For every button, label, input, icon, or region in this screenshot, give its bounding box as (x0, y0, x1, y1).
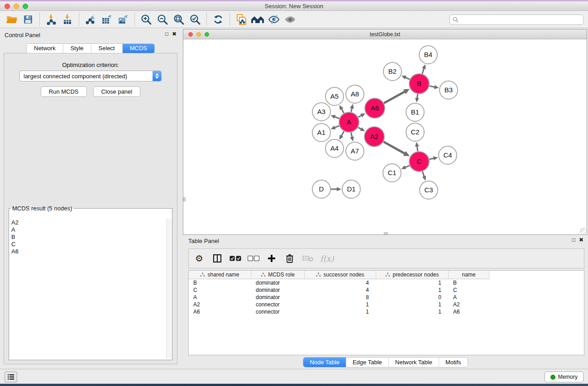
mcds-result-list[interactable]: A2 A B C A6 (10, 219, 166, 359)
task-history-button[interactable] (5, 372, 17, 382)
zoom-out-button[interactable] (154, 13, 171, 26)
save-session-button[interactable] (20, 13, 36, 26)
toolbar-separator (206, 13, 207, 26)
open-session-button[interactable] (4, 13, 20, 26)
table-row[interactable]: B dominator 4 1 B (189, 279, 584, 286)
duplicate-network-button[interactable] (233, 13, 249, 26)
close-window-button[interactable] (5, 4, 10, 9)
unselect-all-columns-button[interactable] (248, 251, 259, 266)
app-title: Session: New Session (0, 1, 588, 11)
tab-network-table[interactable]: Network Table (389, 357, 439, 367)
list-item[interactable]: A (10, 226, 166, 234)
tree-icon (385, 272, 390, 277)
control-panel: Control Panel □ ✖ Network Style Select M… (0, 28, 181, 369)
tab-motifs[interactable]: Motifs (439, 357, 468, 367)
list-item[interactable]: C (10, 241, 166, 248)
zoom-fit-button[interactable] (171, 13, 187, 26)
search-input[interactable] (460, 16, 580, 24)
zoom-window-button[interactable] (23, 4, 28, 9)
tab-select[interactable]: Select (91, 44, 123, 53)
table-row[interactable]: A dominator 8 0 A (189, 294, 584, 301)
horizontal-scroll-handle[interactable] (384, 232, 388, 234)
create-column-button[interactable] (266, 251, 277, 266)
minimize-network-button[interactable] (196, 32, 201, 37)
table-panel-title: Table Panel (188, 238, 219, 244)
criterion-dropdown[interactable]: largest connected component (directed) (19, 71, 162, 81)
show-columns-button[interactable] (211, 251, 223, 266)
graph-node-label: A8 (351, 90, 359, 98)
graph-edge-arrow-icon (331, 125, 336, 129)
main-toolbar (0, 11, 588, 28)
network-window-titlebar[interactable]: testGlobe.txt (183, 29, 587, 39)
home-view-button[interactable] (249, 13, 266, 26)
graph-node-label: A2 (370, 133, 378, 140)
show-details-button[interactable] (282, 13, 298, 26)
zoom-in-icon (140, 14, 152, 25)
result-scrollbar[interactable] (166, 219, 172, 359)
graph-edge[interactable] (422, 172, 424, 177)
export-network-button[interactable] (82, 13, 99, 26)
column-header-name[interactable]: name (449, 271, 489, 279)
vertical-scroll-handle[interactable] (183, 197, 186, 201)
list-item[interactable]: B (10, 234, 166, 241)
refresh-button[interactable] (210, 13, 226, 26)
select-all-columns-button[interactable] (229, 251, 241, 266)
column-header-predecessor-nodes[interactable]: predecessor nodes (376, 271, 449, 279)
close-panel-icon[interactable]: ✖ (172, 31, 177, 37)
network-canvas[interactable]: B4B2BB3A8A5A6A3B1AA1C2A2A4A7C4CC1DD1C3 (183, 40, 587, 234)
import-table-button[interactable] (59, 13, 76, 26)
tab-edge-table[interactable]: Edge Table (346, 357, 389, 367)
tab-mcds[interactable]: MCDS (123, 44, 154, 53)
zoom-selected-button[interactable] (187, 13, 203, 26)
graph-edge-arrow-icon (337, 187, 341, 191)
float-panel-icon[interactable]: □ (165, 31, 168, 37)
tab-style[interactable]: Style (63, 44, 91, 53)
graph-edge-arrow-icon (422, 176, 426, 181)
tree-icon (200, 272, 205, 277)
graph-node-label: C3 (424, 186, 433, 194)
control-panel-title: Control Panel (5, 32, 40, 38)
tab-node-table[interactable]: Node Table (303, 357, 346, 367)
network-graph[interactable]: B4B2BB3A8A5A6A3B1AA1C2A2A4A7C4CC1DD1C3 (183, 40, 587, 234)
export-table-button[interactable] (99, 13, 115, 26)
zoom-network-button[interactable] (205, 32, 209, 37)
column-header-successor-nodes[interactable]: successor nodes (305, 271, 376, 279)
close-network-button[interactable] (188, 32, 193, 37)
close-panel-icon[interactable]: ✖ (579, 237, 583, 243)
table-row[interactable]: A2 connector 1 1 A2 (189, 301, 584, 308)
list-item[interactable]: A2 (10, 219, 166, 226)
table-row[interactable]: C dominator 4 1 C (189, 286, 584, 294)
delete-table-button[interactable] (302, 251, 314, 266)
memory-button[interactable]: Memory (545, 372, 583, 382)
mcds-result-box: MCDS result (5 nodes) A2 A B C A6 (9, 205, 172, 360)
float-panel-icon[interactable]: □ (572, 237, 575, 243)
control-panel-tabs: Network Style Select MCDS (26, 43, 155, 53)
fx-icon: f(x) (320, 254, 334, 263)
graph-edge[interactable] (429, 86, 435, 87)
zoom-in-button[interactable] (138, 13, 154, 26)
function-builder-button[interactable]: f(x) (320, 251, 334, 266)
export-image-button[interactable] (115, 13, 131, 26)
close-panel-button[interactable]: Close panel (93, 86, 141, 97)
resize-grip-icon[interactable] (580, 228, 586, 234)
column-header-mcds-role[interactable]: MCDS role (251, 271, 305, 279)
optimization-criterion-label: Optimization criterion: (4, 62, 177, 68)
hide-details-button[interactable] (266, 13, 282, 26)
import-network-button[interactable] (43, 13, 59, 26)
run-mcds-button[interactable]: Run MCDS (41, 86, 87, 97)
toolbar-separator (134, 13, 135, 26)
graph-edge[interactable] (383, 142, 405, 154)
graph-edge[interactable] (422, 68, 424, 74)
column-header-shared-name[interactable]: shared name (189, 271, 251, 279)
table-row[interactable]: A6 connector 1 1 A6 (189, 308, 584, 315)
minimize-window-button[interactable] (14, 4, 19, 9)
delete-column-button[interactable] (284, 251, 296, 266)
table-settings-button[interactable]: ⚙ (193, 251, 205, 266)
import-network-icon (46, 14, 57, 25)
unchecked-boxes-icon (248, 256, 259, 261)
table-toolbar: ⚙ (188, 248, 584, 268)
search-field[interactable] (449, 14, 583, 25)
tab-network[interactable]: Network (27, 44, 63, 53)
graph-edge[interactable] (384, 91, 405, 103)
list-item[interactable]: A6 (10, 248, 166, 255)
